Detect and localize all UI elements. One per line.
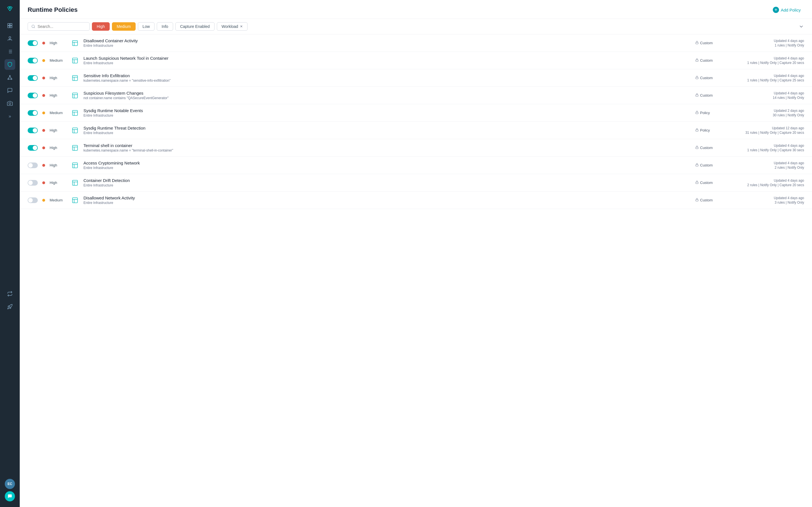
policy-name[interactable]: Sysdig Runtime Notable Events	[84, 108, 691, 113]
shield-icon[interactable]	[4, 59, 15, 70]
table-row[interactable]: High Suspicious Filesystem Changes not c…	[20, 87, 812, 104]
expand-icon[interactable]: »	[4, 111, 15, 122]
workload-label: Workload	[221, 24, 238, 29]
policy-meta: Updated 2 days ago 30 rules | Notify Onl…	[731, 109, 804, 117]
policy-name[interactable]: Suspicious Filesystem Changes	[84, 91, 691, 96]
source-label: Policy	[700, 111, 710, 115]
filter-high-button[interactable]: High	[92, 22, 110, 31]
svg-point-20	[32, 25, 35, 27]
policy-name[interactable]: Disallowed Network Activity	[84, 195, 691, 200]
filter-dropdown-chevron[interactable]	[799, 24, 804, 29]
severity-label: Medium	[50, 58, 66, 62]
filter-medium-button[interactable]: Medium	[112, 22, 136, 31]
plus-icon: +	[773, 7, 779, 13]
policy-rules: 14 rules | Notify Only	[731, 96, 804, 100]
table-row[interactable]: Medium Launch Suspicious Network Tool in…	[20, 52, 812, 69]
policy-info: Terminal shell in container kubernetes.n…	[84, 143, 691, 152]
add-policy-label: Add Policy	[781, 8, 801, 12]
list-icon[interactable]	[4, 46, 15, 57]
table-row[interactable]: Medium Disallowed Network Activity Entir…	[20, 191, 812, 209]
table-row[interactable]: High Sensitive Info Exfiltration kuberne…	[20, 69, 812, 87]
camera-icon[interactable]	[4, 98, 15, 109]
policy-scope: Entire Infrastructure	[84, 44, 691, 48]
policy-scope: Entire Infrastructure	[84, 61, 691, 65]
policy-toggle[interactable]	[28, 198, 38, 203]
rocket-icon[interactable]	[4, 301, 15, 312]
lock-icon	[695, 198, 699, 202]
source-label: Custom	[700, 180, 713, 185]
svg-rect-25	[696, 43, 698, 44]
layers-icon[interactable]	[4, 20, 15, 31]
chat-bubble-icon[interactable]	[4, 85, 15, 96]
policy-name[interactable]: Disallowed Container Activity	[84, 38, 691, 43]
policy-toggle[interactable]	[28, 163, 38, 168]
policy-updated: Updated 4 days ago	[731, 56, 804, 60]
policy-scope: Entire Infrastructure	[84, 114, 691, 117]
svg-rect-3	[10, 24, 12, 25]
nodes-icon[interactable]	[4, 72, 15, 83]
policy-toggle[interactable]	[28, 58, 38, 63]
filter-capture-button[interactable]: Capture Enabled	[175, 22, 214, 31]
policy-name[interactable]: Sysdig Runtime Threat Detection	[84, 126, 691, 130]
svg-rect-30	[72, 75, 78, 80]
filter-workload-button[interactable]: Workload ✕	[217, 22, 248, 31]
container-icon	[71, 92, 79, 100]
table-row[interactable]: Medium Sysdig Runtime Notable Events Ent…	[20, 104, 812, 122]
container-icon	[71, 109, 79, 117]
svg-rect-37	[696, 95, 698, 97]
policy-info: Container Drift Detection Entire Infrast…	[84, 178, 691, 187]
policy-toggle[interactable]	[28, 180, 38, 186]
policy-toggle[interactable]	[28, 40, 38, 46]
svg-line-21	[34, 27, 35, 28]
table-row[interactable]: High Terminal shell in container kuberne…	[20, 139, 812, 157]
svg-rect-58	[72, 198, 78, 203]
source-label: Policy	[700, 128, 710, 132]
policy-rules: 1 rules | Notify Only | Capture 30 secs	[731, 148, 804, 152]
policy-toggle[interactable]	[28, 128, 38, 133]
policy-toggle[interactable]	[28, 145, 38, 151]
remove-workload-icon[interactable]: ✕	[240, 24, 243, 29]
policy-name[interactable]: Container Drift Detection	[84, 178, 691, 183]
arrow-switch-icon[interactable]	[4, 288, 15, 299]
svg-rect-26	[72, 58, 78, 63]
policy-rules: 1 rules | Notify Only	[731, 43, 804, 47]
user-shield-icon[interactable]	[4, 33, 15, 44]
logo	[5, 3, 15, 15]
search-input[interactable]	[38, 24, 86, 29]
policy-name[interactable]: Terminal shell in container	[84, 143, 691, 148]
source-label: Custom	[700, 93, 713, 98]
policy-source: Custom	[695, 93, 726, 98]
policy-toggle[interactable]	[28, 110, 38, 116]
policy-name[interactable]: Sensitive Info Exfiltration	[84, 73, 691, 78]
policy-name[interactable]: Access Cryptomining Network	[84, 161, 691, 165]
svg-rect-42	[72, 128, 78, 133]
user-avatar[interactable]: EC	[5, 479, 15, 489]
search-wrapper[interactable]	[28, 22, 90, 31]
source-label: Custom	[700, 76, 713, 80]
policy-toggle[interactable]	[28, 75, 38, 81]
severity-label: High	[50, 128, 66, 132]
policy-name[interactable]: Launch Suspicious Network Tool in Contai…	[84, 56, 691, 61]
severity-dot	[42, 42, 45, 45]
policy-updated: Updated 4 days ago	[731, 91, 804, 95]
policy-rules: 1 rules | Notify Only | Capture 20 secs	[731, 61, 804, 65]
chat-action-icon[interactable]	[5, 491, 15, 501]
policy-toggle[interactable]	[28, 93, 38, 98]
filter-info-button[interactable]: Info	[157, 22, 173, 31]
table-row[interactable]: High Access Cryptomining Network Entire …	[20, 157, 812, 174]
filter-low-button[interactable]: Low	[138, 22, 155, 31]
policy-info: Access Cryptomining Network Entire Infra…	[84, 161, 691, 170]
policy-info: Launch Suspicious Network Tool in Contai…	[84, 56, 691, 65]
add-policy-button[interactable]: + Add Policy	[769, 5, 804, 15]
policy-meta: Updated 4 days ago 1 rules | Notify Only…	[731, 56, 804, 65]
svg-rect-41	[696, 112, 698, 114]
container-icon	[71, 74, 79, 82]
svg-point-13	[9, 75, 10, 76]
lock-icon	[695, 163, 699, 167]
lock-icon	[695, 180, 699, 185]
svg-rect-29	[696, 60, 698, 62]
table-row[interactable]: High Disallowed Container Activity Entir…	[20, 34, 812, 52]
table-row[interactable]: High Sysdig Runtime Threat Detection Ent…	[20, 122, 812, 139]
table-row[interactable]: High Container Drift Detection Entire In…	[20, 174, 812, 191]
svg-rect-57	[696, 182, 698, 184]
